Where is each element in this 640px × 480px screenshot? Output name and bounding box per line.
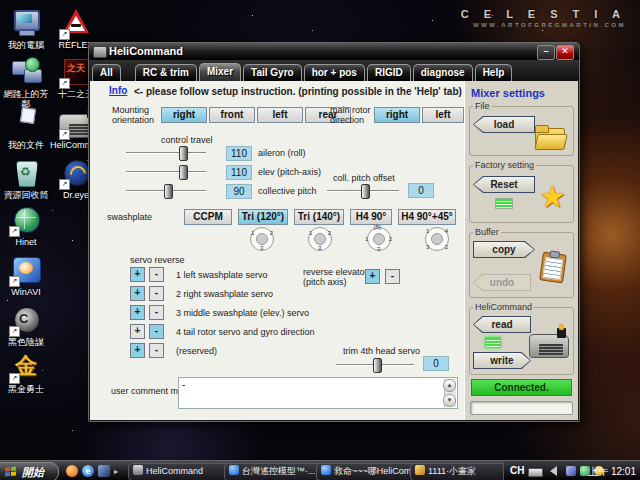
servo4-minus-button[interactable]: - bbox=[149, 324, 164, 339]
factory-group-legend: Factory setting bbox=[473, 160, 536, 170]
window-icon bbox=[93, 46, 107, 58]
elevator-value[interactable]: 110 bbox=[226, 165, 252, 180]
taskbar: 開始 e ▸ HeliCommand 台灣遙控模型™·... 救命~~~哪Hel… bbox=[0, 460, 640, 480]
write-button[interactable]: write bbox=[473, 352, 531, 369]
desktop-icon-black-conspiracy[interactable]: C ↗ 黑色陰謀 bbox=[0, 305, 52, 347]
start-button[interactable]: 開始 bbox=[0, 462, 59, 480]
rotor-left-button[interactable]: left bbox=[422, 107, 464, 123]
desktop-icon-my-computer[interactable]: 我的電腦 bbox=[0, 8, 52, 50]
helicommand-window: HeliCommand – ✕ AllRC & trimMixerTail Gy… bbox=[88, 42, 580, 422]
servo3-plus-button[interactable]: + bbox=[130, 305, 145, 320]
swash-tri140-button[interactable]: Tri (140°) bbox=[294, 209, 344, 225]
servo4-plus-button[interactable]: + bbox=[130, 324, 145, 339]
servo1-plus-button[interactable]: + bbox=[130, 267, 145, 282]
keyboard-icon[interactable] bbox=[528, 468, 543, 477]
quicklaunch-browser-icon[interactable] bbox=[66, 465, 78, 477]
quicklaunch-expand-arrow[interactable]: ▸ bbox=[114, 467, 118, 476]
tray-app-icon-1[interactable] bbox=[566, 466, 576, 476]
tab-rigid[interactable]: RIGID bbox=[367, 64, 411, 81]
coll-pitch-offset-thumb[interactable] bbox=[361, 184, 370, 199]
shortcut-arrow-icon: ↗ bbox=[59, 29, 70, 40]
aileron-slider-thumb[interactable] bbox=[179, 146, 188, 161]
helicommand-task-icon bbox=[133, 465, 143, 475]
task-helicommand[interactable]: HeliCommand bbox=[128, 463, 230, 480]
reverse-elevator-minus-button[interactable]: - bbox=[385, 269, 400, 284]
swash-h490-button[interactable]: H4 90° bbox=[350, 209, 392, 225]
clipboard-icon bbox=[539, 251, 567, 283]
load-button[interactable]: load bbox=[473, 116, 535, 133]
scroll-up-icon[interactable]: ▲ bbox=[443, 379, 456, 392]
tab-rc-trim[interactable]: RC & trim bbox=[135, 64, 197, 81]
tab-help[interactable]: Help bbox=[475, 64, 513, 81]
coll-pitch-offset-value[interactable]: 0 bbox=[408, 183, 434, 198]
reverse-elevator-label-line1: reverse elevator bbox=[303, 267, 368, 277]
elevator-slider-thumb[interactable] bbox=[179, 165, 188, 180]
rotor-right-button[interactable]: right bbox=[374, 107, 420, 123]
desktop-icon-hinet[interactable]: ↗ Hinet bbox=[0, 205, 52, 247]
servo2-minus-button[interactable]: - bbox=[149, 286, 164, 301]
collective-value[interactable]: 90 bbox=[226, 184, 252, 199]
copy-button[interactable]: copy bbox=[473, 241, 535, 258]
window-title: HeliCommand bbox=[109, 45, 183, 57]
servo1-minus-button[interactable]: - bbox=[149, 267, 164, 282]
volume-icon[interactable] bbox=[550, 466, 557, 476]
swash-tri120-button[interactable]: Tri (120°) bbox=[238, 209, 288, 225]
user-comment-field[interactable]: - ▲ ▼ bbox=[178, 377, 458, 409]
tab-mixer[interactable]: Mixer bbox=[199, 63, 241, 81]
undo-button[interactable]: undo bbox=[473, 274, 531, 291]
servo5-plus-button[interactable]: + bbox=[130, 343, 145, 358]
mounting-front-button[interactable]: front bbox=[209, 107, 255, 123]
task-browser-2[interactable]: 救命~~~哪HeliCom... bbox=[316, 463, 416, 480]
my-documents-icon bbox=[11, 108, 41, 138]
star-icon: ★ bbox=[539, 182, 566, 212]
shortcut-arrow-icon: ↗ bbox=[9, 326, 20, 337]
desktop-icon-my-documents[interactable]: 我的文件 bbox=[0, 108, 52, 150]
desktop: C E L E S T I A WWW.ARTOFGREGMARTIN.COM … bbox=[0, 0, 640, 480]
mounting-left-button[interactable]: left bbox=[257, 107, 303, 123]
shortcut-arrow-icon: ↗ bbox=[59, 179, 70, 190]
dr-eye-icon: ↗ bbox=[61, 158, 91, 188]
reverse-elevator-label-line2: (pitch axis) bbox=[303, 277, 347, 287]
servo5-minus-button[interactable]: - bbox=[149, 343, 164, 358]
ie-icon[interactable]: e bbox=[82, 465, 94, 477]
clock: 上午 12:01 bbox=[588, 465, 636, 479]
trim-4th-slider-thumb[interactable] bbox=[373, 358, 382, 373]
title-bar[interactable]: HeliCommand – ✕ bbox=[89, 43, 579, 60]
desktop-icon-network-places[interactable]: 網路上的芳鄰 bbox=[0, 57, 52, 109]
tab-all[interactable]: All bbox=[92, 64, 121, 81]
quicklaunch-app-icon[interactable] bbox=[98, 465, 110, 477]
shortcut-arrow-icon: ↗ bbox=[9, 276, 20, 287]
servo2-plus-button[interactable]: + bbox=[130, 286, 145, 301]
tab-hor-pos[interactable]: hor + pos bbox=[304, 64, 365, 81]
tab-diagnose[interactable]: diagnose bbox=[413, 64, 473, 81]
swash-h49045-button[interactable]: H4 90°+45° bbox=[398, 209, 456, 225]
aileron-value[interactable]: 110 bbox=[226, 146, 252, 161]
read-button[interactable]: read bbox=[473, 316, 531, 333]
tab-tail-gyro[interactable]: Tail Gyro bbox=[243, 64, 302, 81]
servo3-minus-button[interactable]: - bbox=[149, 305, 164, 320]
factory-indicator-icon bbox=[495, 198, 513, 209]
task-paint[interactable]: 1111·小畫家 bbox=[410, 463, 508, 480]
servo4-label: 4 tail rotor servo and gyro direction bbox=[176, 327, 315, 337]
reset-button[interactable]: Reset bbox=[473, 176, 535, 193]
swash-ccpm-button[interactable]: CCPM bbox=[184, 209, 232, 225]
minimize-button[interactable]: – bbox=[537, 45, 555, 60]
reflex-icon: ↗ bbox=[61, 8, 91, 38]
scroll-down-icon[interactable]: ▼ bbox=[443, 394, 456, 407]
buffer-group: Buffer copy undo bbox=[469, 227, 574, 298]
trim-4th-value[interactable]: 0 bbox=[423, 356, 449, 371]
helicommand-device-icon: ↗ bbox=[61, 108, 91, 138]
network-places-icon bbox=[11, 57, 41, 87]
language-indicator[interactable]: CH bbox=[510, 465, 524, 476]
desktop-icon-black-gold-warrior[interactable]: 金 ↗ 黑金勇士 bbox=[0, 352, 52, 394]
black-gold-warrior-icon: 金 ↗ bbox=[11, 352, 41, 382]
desktop-icon-recycle-bin[interactable]: ♻ 資源回收筒 bbox=[0, 158, 52, 200]
info-link[interactable]: Info bbox=[109, 85, 127, 96]
collective-slider-thumb[interactable] bbox=[164, 184, 173, 199]
close-button[interactable]: ✕ bbox=[556, 45, 574, 60]
desktop-icon-winavi[interactable]: ↗ WinAVI bbox=[0, 255, 52, 297]
task-browser-1[interactable]: 台灣遙控模型™·... bbox=[224, 463, 322, 480]
comment-scrollbar[interactable]: ▲ ▼ bbox=[444, 379, 456, 407]
mounting-right-button[interactable]: right bbox=[161, 107, 207, 123]
reverse-elevator-plus-button[interactable]: + bbox=[365, 269, 380, 284]
